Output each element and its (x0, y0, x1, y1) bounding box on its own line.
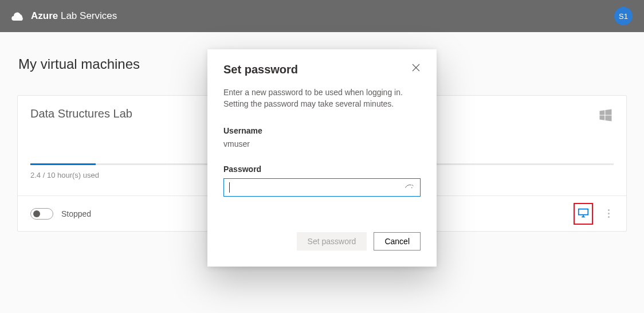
dialog-description: Enter a new password to be used when log… (223, 87, 421, 110)
cloud-logo-icon (11, 9, 25, 23)
set-password-dialog: Set password Enter a new password to be … (207, 49, 437, 267)
cancel-button[interactable]: Cancel (374, 232, 421, 251)
topbar: Azure Lab Services S1 (0, 0, 644, 32)
svg-point-0 (16, 14, 22, 18)
reveal-password-icon[interactable] (405, 183, 415, 191)
brand-text: Azure Lab Services (31, 10, 117, 22)
user-avatar[interactable]: S1 (614, 7, 633, 25)
password-label: Password (223, 165, 421, 174)
text-cursor (229, 182, 230, 193)
username-value: vmuser (223, 139, 421, 148)
username-label: Username (223, 126, 421, 135)
modal-overlay: Set password Enter a new password to be … (0, 32, 644, 313)
set-password-button[interactable]: Set password (297, 232, 367, 251)
svg-point-1 (411, 187, 413, 188)
close-icon[interactable] (411, 63, 421, 72)
brand: Azure Lab Services (11, 9, 117, 23)
password-input[interactable] (223, 178, 421, 197)
dialog-title: Set password (223, 63, 298, 76)
